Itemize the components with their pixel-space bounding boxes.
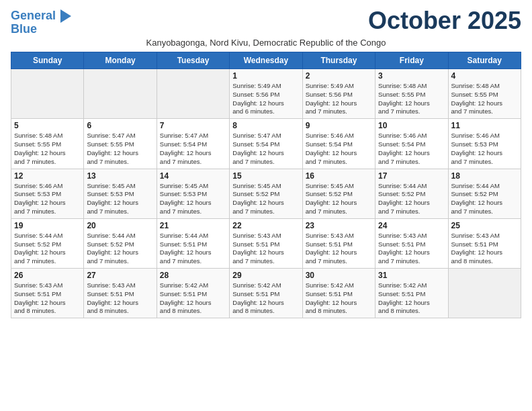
day-info: Sunrise: 5:46 AM Sunset: 5:53 PM Dayligh… [451, 132, 518, 166]
day-info: Sunrise: 5:47 AM Sunset: 5:55 PM Dayligh… [87, 132, 153, 166]
day-info: Sunrise: 5:44 AM Sunset: 5:52 PM Dayligh… [378, 182, 445, 216]
week-row-2: 5Sunrise: 5:48 AM Sunset: 5:55 PM Daylig… [11, 119, 521, 169]
cell-w1-d2 [157, 69, 229, 119]
day-number: 25 [451, 221, 518, 230]
cell-w5-d3: 29Sunrise: 5:42 AM Sunset: 5:51 PM Dayli… [230, 269, 302, 318]
day-number: 16 [306, 171, 372, 181]
cell-w5-d0: 26Sunrise: 5:43 AM Sunset: 5:51 PM Dayli… [11, 269, 84, 318]
day-number: 20 [87, 221, 153, 230]
day-number: 21 [160, 221, 226, 230]
col-tuesday: Tuesday [157, 52, 229, 69]
day-number: 26 [14, 271, 81, 280]
day-number: 2 [306, 71, 372, 81]
day-info: Sunrise: 5:43 AM Sunset: 5:51 PM Dayligh… [378, 232, 445, 266]
day-info: Sunrise: 5:44 AM Sunset: 5:51 PM Dayligh… [160, 232, 226, 266]
day-number: 29 [232, 271, 299, 280]
day-number: 18 [451, 171, 518, 181]
cell-w3-d5: 17Sunrise: 5:44 AM Sunset: 5:52 PM Dayli… [375, 169, 448, 218]
day-number: 1 [232, 71, 299, 81]
day-number: 12 [14, 171, 81, 181]
day-info: Sunrise: 5:48 AM Sunset: 5:55 PM Dayligh… [14, 132, 81, 166]
day-info: Sunrise: 5:48 AM Sunset: 5:55 PM Dayligh… [451, 82, 518, 116]
day-info: Sunrise: 5:47 AM Sunset: 5:54 PM Dayligh… [232, 132, 299, 166]
col-saturday: Saturday [448, 52, 521, 69]
cell-w5-d5: 31Sunrise: 5:42 AM Sunset: 5:51 PM Dayli… [375, 269, 448, 318]
day-number: 19 [14, 221, 81, 230]
day-info: Sunrise: 5:42 AM Sunset: 5:51 PM Dayligh… [306, 281, 372, 316]
cell-w2-d4: 9Sunrise: 5:46 AM Sunset: 5:54 PM Daylig… [302, 119, 375, 169]
day-info: Sunrise: 5:49 AM Sunset: 5:56 PM Dayligh… [232, 82, 299, 116]
cell-w3-d2: 14Sunrise: 5:45 AM Sunset: 5:53 PM Dayli… [157, 169, 229, 218]
logo-icon [60, 9, 71, 23]
day-number: 7 [160, 121, 226, 130]
cell-w4-d5: 24Sunrise: 5:43 AM Sunset: 5:51 PM Dayli… [375, 218, 448, 268]
day-info: Sunrise: 5:44 AM Sunset: 5:52 PM Dayligh… [14, 232, 81, 266]
logo: General Blue [11, 9, 71, 36]
cell-w2-d6: 11Sunrise: 5:46 AM Sunset: 5:53 PM Dayli… [448, 119, 521, 169]
day-info: Sunrise: 5:42 AM Sunset: 5:51 PM Dayligh… [160, 281, 226, 316]
cell-w2-d0: 5Sunrise: 5:48 AM Sunset: 5:55 PM Daylig… [11, 119, 84, 169]
day-number: 27 [87, 271, 153, 280]
cell-w4-d6: 25Sunrise: 5:43 AM Sunset: 5:51 PM Dayli… [448, 218, 521, 268]
day-number: 22 [232, 221, 299, 230]
cell-w1-d5: 3Sunrise: 5:48 AM Sunset: 5:55 PM Daylig… [375, 69, 448, 119]
cell-w2-d2: 7Sunrise: 5:47 AM Sunset: 5:54 PM Daylig… [157, 119, 229, 169]
cell-w5-d1: 27Sunrise: 5:43 AM Sunset: 5:51 PM Dayli… [84, 269, 157, 318]
cell-w5-d6 [448, 269, 521, 318]
day-number: 10 [378, 121, 445, 130]
logo-text: General Blue [11, 9, 71, 36]
col-friday: Friday [375, 52, 448, 69]
day-info: Sunrise: 5:44 AM Sunset: 5:52 PM Dayligh… [87, 232, 153, 266]
cell-w3-d6: 18Sunrise: 5:44 AM Sunset: 5:52 PM Dayli… [448, 169, 521, 218]
col-thursday: Thursday [302, 52, 375, 69]
day-number: 23 [306, 221, 372, 230]
cell-w1-d4: 2Sunrise: 5:49 AM Sunset: 5:56 PM Daylig… [302, 69, 375, 119]
week-row-5: 26Sunrise: 5:43 AM Sunset: 5:51 PM Dayli… [11, 269, 521, 318]
day-info: Sunrise: 5:42 AM Sunset: 5:51 PM Dayligh… [232, 281, 299, 316]
cell-w2-d5: 10Sunrise: 5:46 AM Sunset: 5:54 PM Dayli… [375, 119, 448, 169]
week-row-4: 19Sunrise: 5:44 AM Sunset: 5:52 PM Dayli… [11, 218, 521, 268]
cell-w5-d2: 28Sunrise: 5:42 AM Sunset: 5:51 PM Dayli… [157, 269, 229, 318]
day-info: Sunrise: 5:43 AM Sunset: 5:51 PM Dayligh… [306, 232, 372, 266]
cell-w4-d4: 23Sunrise: 5:43 AM Sunset: 5:51 PM Dayli… [302, 218, 375, 268]
day-number: 17 [378, 171, 445, 181]
day-info: Sunrise: 5:45 AM Sunset: 5:53 PM Dayligh… [160, 182, 226, 216]
cell-w4-d1: 20Sunrise: 5:44 AM Sunset: 5:52 PM Dayli… [84, 218, 157, 268]
page: General Blue October 2025 Kanyobagonga, … [0, 0, 532, 325]
subtitle: Kanyobagonga, Nord Kivu, Democratic Repu… [11, 38, 521, 48]
day-number: 30 [306, 271, 372, 280]
cell-w4-d0: 19Sunrise: 5:44 AM Sunset: 5:52 PM Dayli… [11, 218, 84, 268]
cell-w4-d3: 22Sunrise: 5:43 AM Sunset: 5:51 PM Dayli… [230, 218, 302, 268]
day-info: Sunrise: 5:45 AM Sunset: 5:52 PM Dayligh… [306, 182, 372, 216]
week-row-3: 12Sunrise: 5:46 AM Sunset: 5:53 PM Dayli… [11, 169, 521, 218]
cell-w1-d1 [84, 69, 157, 119]
day-number: 31 [378, 271, 445, 280]
day-number: 13 [87, 171, 153, 181]
day-number: 28 [160, 271, 226, 280]
day-info: Sunrise: 5:43 AM Sunset: 5:51 PM Dayligh… [14, 281, 81, 316]
day-info: Sunrise: 5:48 AM Sunset: 5:55 PM Dayligh… [378, 82, 445, 116]
day-number: 8 [232, 121, 299, 130]
day-info: Sunrise: 5:42 AM Sunset: 5:51 PM Dayligh… [378, 281, 445, 316]
col-sunday: Sunday [11, 52, 84, 69]
day-number: 4 [451, 71, 518, 81]
cell-w3-d4: 16Sunrise: 5:45 AM Sunset: 5:52 PM Dayli… [302, 169, 375, 218]
col-monday: Monday [84, 52, 157, 69]
day-number: 15 [232, 171, 299, 181]
calendar: Sunday Monday Tuesday Wednesday Thursday… [11, 52, 521, 318]
day-info: Sunrise: 5:46 AM Sunset: 5:54 PM Dayligh… [306, 132, 372, 166]
cell-w1-d3: 1Sunrise: 5:49 AM Sunset: 5:56 PM Daylig… [230, 69, 302, 119]
cell-w3-d3: 15Sunrise: 5:45 AM Sunset: 5:52 PM Dayli… [230, 169, 302, 218]
week-row-1: 1Sunrise: 5:49 AM Sunset: 5:56 PM Daylig… [11, 69, 521, 119]
month-title: October 2025 [368, 7, 521, 35]
day-info: Sunrise: 5:46 AM Sunset: 5:54 PM Dayligh… [378, 132, 445, 166]
day-info: Sunrise: 5:43 AM Sunset: 5:51 PM Dayligh… [451, 232, 518, 266]
day-info: Sunrise: 5:45 AM Sunset: 5:52 PM Dayligh… [232, 182, 299, 216]
day-info: Sunrise: 5:44 AM Sunset: 5:52 PM Dayligh… [451, 182, 518, 216]
cell-w3-d1: 13Sunrise: 5:45 AM Sunset: 5:53 PM Dayli… [84, 169, 157, 218]
day-number: 11 [451, 121, 518, 130]
calendar-header-row: Sunday Monday Tuesday Wednesday Thursday… [11, 52, 521, 69]
svg-marker-0 [60, 9, 71, 23]
cell-w2-d3: 8Sunrise: 5:47 AM Sunset: 5:54 PM Daylig… [230, 119, 302, 169]
day-info: Sunrise: 5:49 AM Sunset: 5:56 PM Dayligh… [306, 82, 372, 116]
